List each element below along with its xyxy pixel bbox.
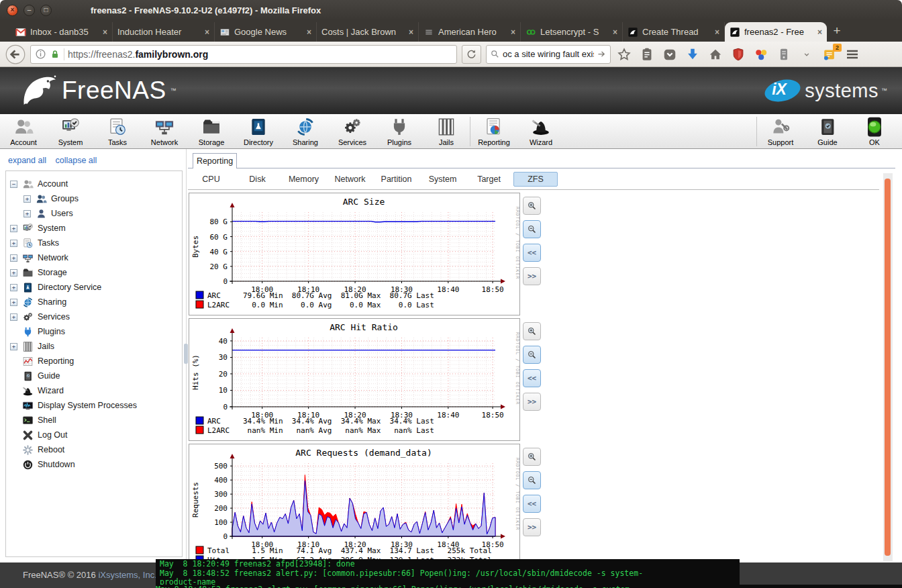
step-back-button[interactable]: <<	[523, 369, 541, 387]
toolbar-item-directory[interactable]: Directory	[235, 115, 282, 148]
url-bar[interactable]: https://freenas2.familybrown.org	[30, 45, 457, 64]
tab-close-icon[interactable]: ×	[100, 28, 107, 37]
search-input[interactable]: oc a site wiring fault exists	[503, 49, 594, 59]
url-text[interactable]: https://freenas2.familybrown.org	[68, 49, 208, 60]
console-log[interactable]: May 8 18:20:49 freenas2 afpd[23948]: don…	[156, 559, 740, 588]
tab-american-hero[interactable]: American Hero×	[419, 22, 521, 42]
new-tab-button[interactable]: +	[827, 23, 847, 40]
sidebar-item-shutdown[interactable]: Shutdown	[6, 457, 182, 472]
vertical-scrollbar[interactable]	[883, 173, 893, 561]
toolbar-item-wizard[interactable]: Wizard	[517, 115, 564, 148]
step-back-button[interactable]: <<	[523, 244, 541, 262]
sidebar-item-system[interactable]: +System	[6, 221, 182, 236]
expand-node-icon[interactable]: +	[10, 313, 17, 321]
notes-extension-button[interactable]: 2	[821, 46, 838, 63]
download-button[interactable]	[684, 46, 701, 63]
server-button[interactable]	[775, 46, 793, 63]
expand-node-icon[interactable]: +	[10, 240, 17, 247]
tab-google-news[interactable]: Google News×	[215, 22, 317, 42]
expand-node-icon[interactable]: +	[10, 284, 17, 291]
back-button[interactable]	[5, 44, 26, 64]
zoom-in-button[interactable]	[523, 322, 541, 340]
sidebar-item-log-out[interactable]: Log Out	[6, 428, 182, 442]
toolbar-item-guide[interactable]: Guide	[804, 115, 851, 148]
zoom-out-button[interactable]	[523, 346, 541, 364]
sidebar-item-users[interactable]: +Users	[6, 206, 182, 221]
expand-node-icon[interactable]: +	[10, 225, 17, 232]
tab-reporting[interactable]: Reporting	[193, 153, 237, 168]
tab-close-icon[interactable]: ×	[508, 28, 515, 37]
sidebar-item-reporting[interactable]: Reporting	[6, 354, 182, 369]
https-lock-icon[interactable]	[50, 49, 60, 60]
sidebar-item-storage[interactable]: +Storage	[6, 265, 182, 280]
subtab-system[interactable]: System	[419, 173, 466, 186]
step-forward-button[interactable]: >>	[523, 393, 541, 411]
toolbar-item-storage[interactable]: Storage	[188, 115, 235, 148]
tab-close-icon[interactable]: ×	[406, 28, 413, 37]
scrollbar-thumb[interactable]	[885, 179, 891, 556]
home-button[interactable]	[707, 46, 724, 63]
zoom-out-button[interactable]	[523, 471, 541, 489]
sidebar-item-tasks[interactable]: +Tasks	[6, 236, 182, 250]
ixsystems-link[interactable]: iXsystems, Inc.	[98, 570, 156, 580]
tab-freenas2-free[interactable]: freenas2 - Free×	[725, 22, 827, 42]
collapse-all-link[interactable]: collapse all	[55, 156, 97, 165]
sidebar-item-directory-service[interactable]: +Directory Service	[6, 280, 182, 295]
tab-close-icon[interactable]: ×	[202, 28, 209, 37]
sidebar-item-shell[interactable]: Shell	[6, 413, 182, 428]
tab-close-icon[interactable]: ×	[304, 28, 311, 37]
expand-node-icon[interactable]: +	[23, 210, 31, 217]
tab-induction-heater[interactable]: Induction Heater×	[113, 22, 215, 42]
sidebar-item-groups[interactable]: +Groups	[6, 191, 182, 206]
subtab-partition[interactable]: Partition	[373, 173, 419, 186]
subtab-network[interactable]: Network	[327, 173, 373, 186]
sidebar-item-services[interactable]: +Services	[6, 309, 182, 324]
subtab-disk[interactable]: Disk	[234, 173, 281, 186]
toolbar-item-jails[interactable]: Jails	[423, 115, 470, 148]
tab-create-thread[interactable]: Create Thread×	[623, 22, 725, 42]
tab-close-icon[interactable]: ×	[610, 28, 617, 37]
toolbar-item-network[interactable]: Network	[141, 115, 188, 148]
site-info-icon[interactable]	[35, 48, 46, 60]
expand-node-icon[interactable]: +	[10, 269, 17, 277]
zoom-in-button[interactable]	[523, 197, 541, 215]
toolbar-item-support[interactable]: Support	[757, 115, 804, 148]
sidebar-item-plugins[interactable]: Plugins	[6, 324, 182, 339]
freenas-logo[interactable]: FreeNAS ™	[16, 72, 177, 109]
menu-button[interactable]	[844, 46, 861, 63]
toolbar-item-reporting[interactable]: Reporting	[470, 115, 517, 148]
tab-costs-jack-brown[interactable]: Costs | Jack Brown×	[317, 22, 419, 42]
tab-close-icon[interactable]: ×	[815, 28, 822, 37]
expand-node-icon[interactable]: +	[10, 299, 17, 306]
toolbar-item-sharing[interactable]: Sharing	[282, 115, 329, 148]
search-bar[interactable]: oc a site wiring fault exists	[486, 45, 611, 64]
tab-close-icon[interactable]: ×	[712, 28, 719, 37]
toolbar-item-plugins[interactable]: Plugins	[376, 115, 423, 148]
subtab-zfs[interactable]: ZFS	[513, 172, 558, 187]
search-go-icon[interactable]	[597, 49, 607, 59]
step-back-button[interactable]: <<	[523, 495, 541, 513]
window-close-icon[interactable]: ×	[7, 5, 18, 16]
window-minimize-icon[interactable]: –	[23, 5, 35, 16]
toolbar-item-tasks[interactable]: Tasks	[94, 115, 141, 148]
sidebar-item-network[interactable]: +Network	[6, 250, 182, 265]
sidebar-item-guide[interactable]: Guide	[6, 369, 182, 383]
window-maximize-icon[interactable]: □	[40, 5, 52, 16]
subtab-memory[interactable]: Memory	[281, 173, 327, 186]
collapse-node-icon[interactable]: −	[10, 181, 17, 188]
shield-button[interactable]	[730, 46, 747, 63]
expand-node-icon[interactable]: +	[10, 254, 17, 262]
bookmark-star-button[interactable]	[615, 46, 633, 63]
sidebar-item-display-system-processes[interactable]: Display System Processes	[6, 398, 182, 413]
subtab-target[interactable]: Target	[466, 173, 512, 186]
chevron-down-button[interactable]	[798, 46, 815, 63]
expand-all-link[interactable]: expand all	[8, 156, 46, 165]
sidebar-item-sharing[interactable]: +Sharing	[6, 295, 182, 309]
sidebar-item-jails[interactable]: +Jails	[6, 339, 182, 354]
step-forward-button[interactable]: >>	[523, 267, 541, 285]
tab-letsencrypt-s[interactable]: Letsencrypt - S×	[521, 22, 623, 42]
sidebar-item-reboot[interactable]: Reboot	[6, 442, 182, 457]
step-forward-button[interactable]: >>	[523, 518, 541, 536]
pocket-button[interactable]	[661, 46, 679, 63]
proxy-dots-button[interactable]	[752, 46, 770, 63]
